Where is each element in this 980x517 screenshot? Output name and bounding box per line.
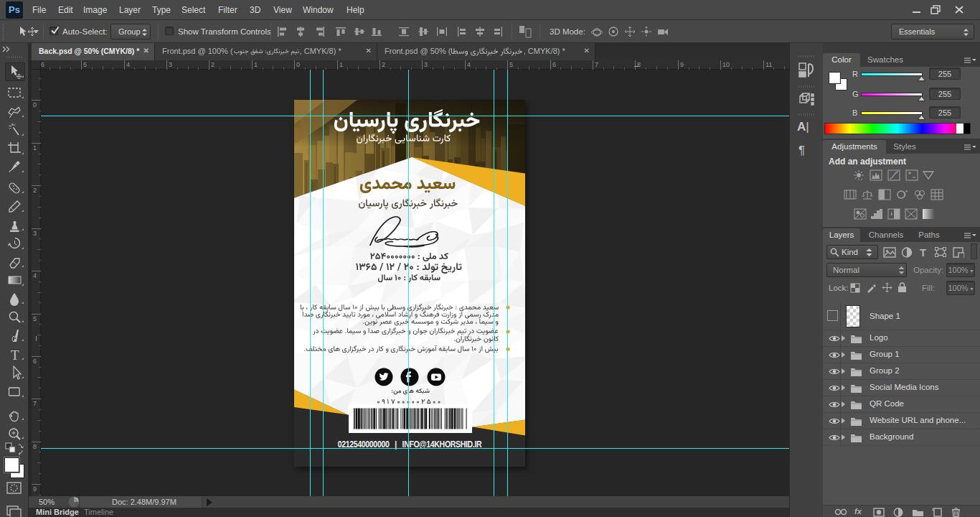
svg-text:T: T [920,247,926,258]
svg-text:T: T [11,348,19,363]
